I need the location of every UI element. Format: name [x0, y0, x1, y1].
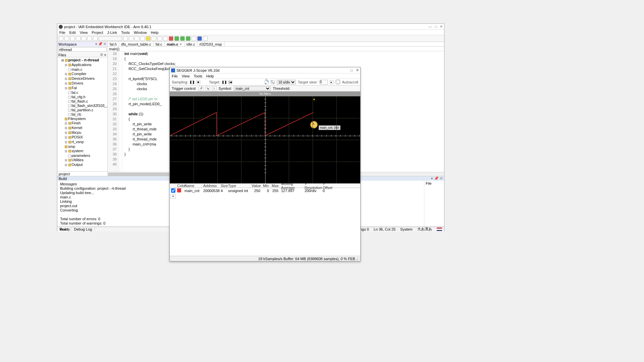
trigger-rising-icon[interactable]: ↗	[199, 86, 203, 91]
menu-j-link[interactable]: J-Link	[107, 31, 117, 35]
open-file-icon[interactable]	[64, 36, 69, 41]
menu-help[interactable]: Help	[151, 31, 159, 35]
autoscroll-checkbox[interactable]	[336, 80, 340, 84]
nav-fwd-icon[interactable]	[152, 36, 156, 41]
add-row-button[interactable]: +	[170, 194, 176, 199]
tree-node[interactable]: DeviceDrivers	[59, 76, 107, 81]
col-header[interactable]: Address	[202, 184, 219, 188]
break-icon[interactable]	[192, 36, 196, 41]
col-header[interactable]: Size	[219, 184, 227, 188]
jscope-maximize-button[interactable]: □	[350, 68, 353, 72]
menu-tools[interactable]: Tools	[121, 31, 130, 35]
print-icon[interactable]	[82, 36, 86, 41]
function-scope[interactable]: main()	[109, 47, 119, 51]
col-header[interactable]: Y Resolution	[303, 184, 321, 188]
toggle-bookmark-icon[interactable]	[129, 36, 133, 41]
target-pause-icon[interactable]: ❚❚	[222, 80, 226, 84]
jscope-close-button[interactable]: ✕	[356, 68, 359, 72]
editor-tab[interactable]: idle.c	[184, 42, 198, 46]
panel-close-icon[interactable]: ✕	[103, 42, 106, 46]
tree-node[interactable]: Finsh	[59, 121, 107, 126]
tree-node[interactable]: fal.c	[59, 90, 107, 95]
minimize-button[interactable]: —	[428, 24, 432, 29]
language-flag-icon[interactable]	[437, 228, 442, 231]
tree-node[interactable]: Utilities	[59, 158, 107, 163]
project-tree[interactable]: project - rt-threadApplicationsmain.cCom…	[57, 57, 107, 171]
build-menu-icon[interactable]: ▾	[431, 176, 433, 181]
tree-node[interactable]: main.c	[59, 67, 107, 72]
jscope-menu-file[interactable]: File	[172, 74, 178, 78]
tree-node[interactable]: Kernel	[59, 126, 107, 130]
menu-project[interactable]: Project	[92, 31, 103, 35]
jscope-menu-tools[interactable]: Tools	[194, 74, 202, 78]
tree-node[interactable]: POSIX	[59, 135, 107, 140]
stop-build-icon[interactable]	[169, 36, 173, 41]
tree-node[interactable]: Output	[59, 163, 107, 167]
cursor-marker[interactable]	[310, 121, 318, 128]
tree-node[interactable]: system	[59, 149, 107, 154]
menu-window[interactable]: Window	[134, 31, 147, 35]
tree-node[interactable]: Applications	[59, 63, 107, 67]
ime-icons[interactable]: 大あ漢あ	[417, 227, 432, 232]
row-visible-checkbox[interactable]	[171, 188, 175, 193]
tree-node[interactable]: fal_flash.c	[59, 99, 107, 104]
tree-node[interactable]: Fal	[59, 86, 107, 90]
col-header[interactable]: Moving Average	[280, 184, 303, 188]
color-swatch[interactable]	[177, 188, 181, 192]
zoom-out-icon[interactable]: 🔍-	[271, 80, 275, 84]
trigger-both-icon[interactable]: ↕	[212, 86, 217, 91]
jscope-menu-help[interactable]: Help	[206, 74, 214, 78]
settings-icon[interactable]	[203, 36, 208, 41]
menu-edit[interactable]: Edit	[69, 31, 76, 35]
target-rewind-icon[interactable]: |◀	[228, 80, 232, 84]
make-icon[interactable]	[163, 36, 168, 41]
panel-menu-icon[interactable]: ▾	[95, 42, 97, 46]
build-pin-icon[interactable]: 📌	[434, 176, 439, 181]
col-header[interactable]: Name	[183, 184, 202, 188]
target-view-step-icon[interactable]: ▸	[330, 80, 334, 84]
symbol-select[interactable]: main_cnt	[234, 86, 271, 91]
col-header[interactable]	[170, 184, 176, 188]
next-bookmark-icon[interactable]	[140, 36, 145, 41]
col-header[interactable]: Y Offset	[321, 184, 335, 188]
undo-icon[interactable]	[87, 36, 92, 41]
editor-tab[interactable]: main.c✕	[165, 42, 184, 46]
jscope-menu-view[interactable]: View	[182, 74, 190, 78]
trigger-falling-icon[interactable]: ↘	[205, 86, 210, 91]
tree-node[interactable]: fal_rtc	[59, 112, 107, 117]
scope-canvas[interactable]: main_cnt: 250 ▼	[170, 96, 360, 183]
column-opts-icon[interactable]: ⚙	[100, 53, 103, 57]
menu-file[interactable]: File	[59, 31, 65, 35]
table-row[interactable]: main_cnt 20000538 4 unsigned int 250 0 2…	[170, 188, 360, 193]
save-all-icon[interactable]	[76, 36, 80, 41]
target-view-input[interactable]	[320, 80, 328, 84]
save-icon[interactable]	[70, 36, 75, 41]
redo-icon[interactable]	[93, 36, 98, 41]
debug-no-download-icon[interactable]	[180, 36, 185, 41]
run-icon[interactable]	[186, 36, 191, 41]
tree-node[interactable]: rt_vsnp	[59, 140, 107, 144]
prev-bookmark-icon[interactable]	[135, 36, 139, 41]
fold-gutter[interactable]	[119, 51, 122, 172]
time-div-select[interactable]: 10 s/div	[277, 80, 296, 84]
tree-node[interactable]: fal_flash_stm32f103_...	[59, 104, 107, 108]
col-header[interactable]: Value	[250, 184, 262, 188]
tree-node[interactable]: libcpu	[59, 130, 107, 135]
tab-close-icon[interactable]: ✕	[179, 43, 182, 46]
jscope-titlebar[interactable]: SEGGER J-Scope V6.10d □ ✕	[170, 67, 360, 73]
editor-tab[interactable]: fal.h	[108, 42, 119, 46]
search-box[interactable]	[99, 36, 122, 41]
maximize-button[interactable]: □	[435, 24, 437, 29]
editor-tab[interactable]: dfs_mount_table.c	[119, 42, 154, 46]
new-file-icon[interactable]	[59, 36, 63, 41]
col-header[interactable]: Min	[262, 184, 270, 188]
tree-node[interactable]: Compiler	[59, 72, 107, 76]
col-header[interactable]: Type	[227, 184, 250, 188]
find-icon[interactable]	[123, 36, 128, 41]
col-header[interactable]: Color	[176, 184, 183, 188]
editor-tab[interactable]: rt32f103_msp	[197, 42, 224, 46]
pause-icon[interactable]: ❚❚	[190, 80, 194, 84]
tree-node[interactable]: parameters	[59, 154, 107, 158]
pin-icon[interactable]: 📌	[98, 42, 103, 46]
editor-tab[interactable]: fal.c	[154, 42, 165, 46]
